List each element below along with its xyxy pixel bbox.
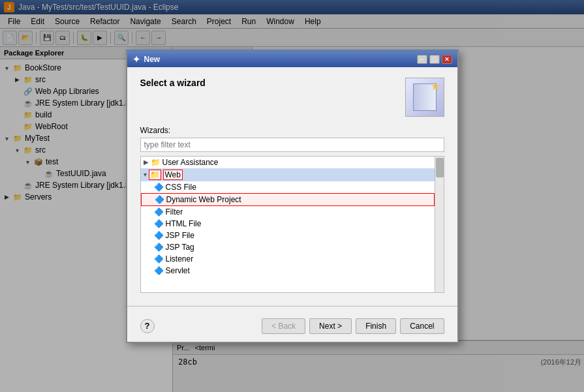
jsp-tag-icon: 🔷: [154, 243, 164, 252]
help-button[interactable]: ?: [140, 319, 155, 333]
modal-dialog: ✦ New ─ □ ✕ Select a wizard ★: [126, 50, 459, 343]
html-file-label: HTML File: [166, 219, 202, 228]
cancel-button[interactable]: Cancel: [400, 318, 444, 334]
css-file-label: CSS File: [166, 183, 196, 192]
web-label: Web: [163, 170, 183, 180]
modal-header-title: Select a wizard: [140, 78, 399, 88]
wizard-tree-item-jsp-file[interactable]: 🔷 JSP File: [141, 230, 435, 241]
modal-maximize-btn[interactable]: □: [429, 55, 440, 64]
wizards-label: Wizards:: [140, 126, 444, 135]
tree-scrollbar-thumb[interactable]: [436, 158, 444, 177]
modal-header-text: Select a wizard: [140, 78, 399, 91]
tree-scrollbar[interactable]: [435, 157, 444, 292]
web-arrow: ▾: [144, 171, 147, 178]
modal-title-label: New: [144, 55, 161, 64]
wizard-tree-item-web[interactable]: ▾ 📁 Web: [141, 168, 435, 181]
wizard-tree-area: ▶ 📁 User Assistance ▾ 📁 Web 🔷 CSS File: [140, 156, 444, 293]
wizard-tree-item-user-assistance[interactable]: ▶ 📁 User Assistance: [141, 157, 435, 168]
wizard-tree-item-jsp-tag[interactable]: 🔷 JSP Tag: [141, 241, 435, 253]
filter-icon: 🔷: [154, 207, 164, 217]
web-folder-icon: 📁: [149, 170, 161, 180]
listener-label: Listener: [166, 254, 194, 264]
listener-icon: 🔷: [154, 254, 164, 264]
modal-body: Select a wizard ★ Wizards: ▶ 📁 Use: [127, 67, 457, 299]
wizard-tree-item-filter[interactable]: 🔷 Filter: [141, 206, 435, 218]
user-assistance-folder-icon: 📁: [151, 158, 161, 167]
jsp-file-label: JSP File: [166, 231, 194, 240]
dynamic-web-project-label: Dynamic Web Project: [166, 195, 241, 204]
user-assistance-label: User Assistance: [162, 158, 219, 167]
filter-label: Filter: [166, 207, 183, 217]
filter-input[interactable]: [140, 138, 444, 152]
wizard-tree-item-listener[interactable]: 🔷 Listener: [141, 253, 435, 265]
modal-overlay: ✦ New ─ □ ✕ Select a wizard ★: [0, 0, 584, 392]
modal-minimize-btn[interactable]: ─: [417, 55, 427, 64]
modal-separator: [127, 306, 457, 307]
dynamic-web-project-icon: 🔷: [155, 195, 164, 204]
wizard-icon: ★: [405, 78, 444, 117]
finish-button[interactable]: Finish: [356, 318, 396, 334]
next-button[interactable]: Next >: [309, 318, 352, 334]
user-assistance-arrow: ▶: [144, 158, 149, 166]
html-file-icon: 🔷: [154, 219, 164, 228]
modal-footer: ? < Back Next > Finish Cancel: [127, 313, 457, 342]
wizard-tree-item-css-file[interactable]: 🔷 CSS File: [141, 181, 435, 193]
servlet-label: Servlet: [166, 266, 190, 275]
servlet-icon: 🔷: [154, 266, 164, 275]
jsp-file-icon: 🔷: [154, 231, 164, 240]
modal-title-controls: ─ □ ✕: [417, 55, 452, 64]
modal-title-icon: ✦: [132, 54, 140, 65]
modal-footer-buttons: < Back Next > Finish Cancel: [262, 318, 444, 334]
wizard-tree-item-servlet[interactable]: 🔷 Servlet: [141, 265, 435, 277]
jsp-tag-label: JSP Tag: [166, 243, 194, 252]
wizard-icon-inner: ★: [413, 83, 437, 111]
modal-title-bar: ✦ New ─ □ ✕: [127, 52, 457, 67]
modal-header-section: Select a wizard ★: [140, 78, 444, 117]
back-button[interactable]: < Back: [262, 318, 305, 334]
wizard-tree-item-html-file[interactable]: 🔷 HTML File: [141, 218, 435, 230]
wizard-tree-item-dynamic-web-project[interactable]: 🔷 Dynamic Web Project: [141, 193, 435, 206]
modal-close-btn[interactable]: ✕: [442, 55, 452, 64]
css-file-icon: 🔷: [154, 183, 164, 192]
wizard-star: ★: [431, 80, 440, 93]
